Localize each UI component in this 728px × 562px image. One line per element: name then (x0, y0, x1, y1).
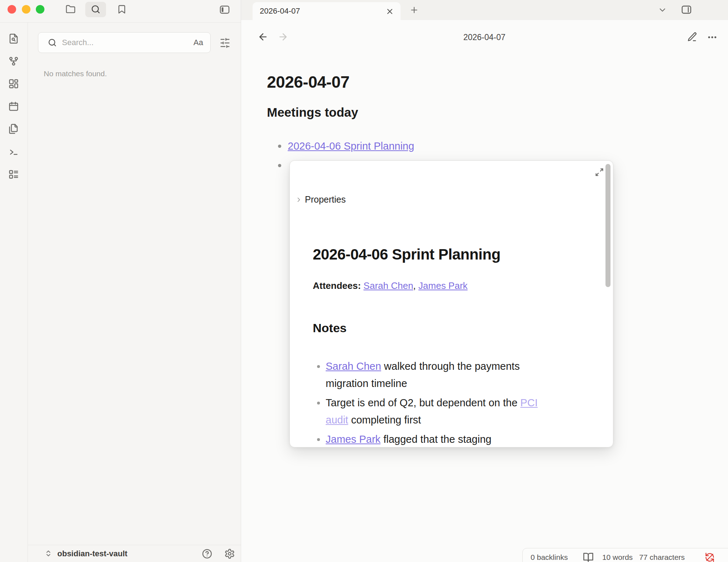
search-input[interactable] (62, 38, 193, 47)
list-item: Sarah Chen walked through the payments m… (317, 358, 604, 392)
properties-chevron-right-icon[interactable] (295, 196, 302, 203)
sidebar-main-divider (241, 0, 241, 562)
bullet-dot (317, 365, 320, 368)
reading-mode-book-icon[interactable] (583, 552, 594, 562)
view-header-title: 2026-04-07 (241, 33, 728, 42)
edit-pencil-icon[interactable] (687, 32, 698, 42)
unresolved-link-pci-audit[interactable]: audit (326, 414, 348, 426)
properties-label[interactable]: Properties (305, 194, 346, 205)
tab-bar: 2026-04-07 (241, 0, 728, 20)
canvas-icon[interactable] (8, 78, 19, 89)
attendees-label: Attendees: (313, 280, 361, 291)
settings-gear-icon[interactable] (224, 548, 235, 559)
list-item: 2026-04-06 Sprint Planning (278, 137, 414, 155)
no-matches-message: No matches found. (44, 69, 107, 78)
list-item: Target is end of Q2, but dependent on th… (317, 394, 604, 428)
graph-view-icon[interactable] (8, 56, 19, 67)
status-bar: 0 backlinks 10 words 77 characters (522, 548, 728, 562)
expand-popup-icon[interactable] (594, 167, 604, 177)
internal-link-james-park[interactable]: James Park (418, 280, 468, 291)
new-tab-plus-icon[interactable] (409, 5, 419, 15)
popup-note-title: 2026-04-06 Sprint Planning (313, 246, 500, 263)
file-search-icon[interactable] (8, 33, 19, 44)
ribbon-divider (28, 22, 28, 562)
character-count: 77 characters (639, 553, 685, 562)
help-icon[interactable] (202, 548, 212, 559)
popup-attendees-line: Attendees: Sarah Chen, James Park (313, 280, 468, 291)
bullet-dot (317, 438, 320, 441)
vault-name[interactable]: obsidian-test-vault (57, 549, 128, 558)
search-box: Aa (38, 32, 211, 53)
bookmark-icon[interactable] (117, 4, 127, 14)
internal-link-james-park[interactable]: James Park (326, 433, 380, 445)
internal-link-sarah-chen[interactable]: Sarah Chen (364, 280, 413, 291)
match-case-toggle[interactable]: Aa (193, 38, 203, 47)
internal-link-sarah-chen[interactable]: Sarah Chen (326, 360, 381, 372)
files-folder-icon[interactable] (66, 4, 76, 14)
bullet-dot (317, 402, 320, 404)
tab-2026-04-07[interactable]: 2026-04-07 (253, 2, 401, 20)
daily-note-calendar-icon[interactable] (8, 101, 19, 112)
internal-link-sprint-planning[interactable]: 2026-04-06 Sprint Planning (288, 140, 414, 152)
obsidian-window: Aa No matches found. obsidian-test-vault… (0, 0, 728, 562)
bullet-dot (278, 145, 281, 148)
left-sidebar-toggle-icon[interactable] (219, 4, 230, 15)
bullet-dot (278, 164, 281, 167)
left-chrome: Aa No matches found. obsidian-test-vault (0, 0, 241, 562)
templates-copy-icon[interactable] (8, 123, 19, 134)
word-count: 10 words (602, 553, 633, 562)
hover-preview-popup: Properties 2026-04-06 Sprint Planning At… (289, 160, 613, 447)
search-settings-icon[interactable] (220, 38, 230, 48)
popup-scrollbar-thumb[interactable] (605, 164, 610, 287)
right-sidebar-toggle-icon[interactable] (681, 4, 692, 15)
macos-close-button[interactable] (8, 5, 16, 14)
backlinks-count[interactable]: 0 backlinks (531, 553, 568, 562)
search-icon[interactable] (91, 4, 101, 14)
list-item: James Park flagged that the staging (317, 431, 604, 447)
tab-list-chevron-down-icon[interactable] (658, 5, 667, 15)
sync-error-icon[interactable] (705, 552, 715, 562)
popup-notes-heading: Notes (313, 321, 346, 335)
search-input-icon (48, 38, 57, 47)
note-heading-h1: 2026-04-07 (267, 72, 349, 92)
tab-close-icon[interactable] (385, 7, 394, 16)
unresolved-link-pci-audit[interactable]: PCI (520, 397, 537, 408)
more-options-icon[interactable] (707, 32, 718, 43)
titlebar-divider (0, 22, 241, 23)
popup-notes-list: Sarah Chen walked through the payments m… (317, 358, 604, 447)
vault-switcher-chevrons-icon[interactable] (44, 549, 53, 558)
sidebar-bottom-divider (28, 545, 241, 545)
macos-zoom-button[interactable] (36, 5, 44, 14)
terminal-icon[interactable] (8, 147, 19, 158)
layout-list-icon[interactable] (8, 169, 19, 180)
macos-minimize-button[interactable] (22, 5, 30, 14)
note-heading-h2: Meetings today (267, 105, 358, 120)
tab-title: 2026-04-07 (260, 6, 300, 16)
